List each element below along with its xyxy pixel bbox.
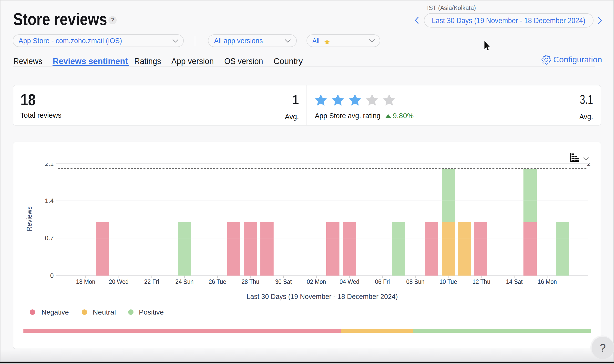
svg-text:Country: Country <box>274 56 303 66</box>
svg-text:06 Fri: 06 Fri <box>375 278 390 285</box>
svg-text:Total reviews: Total reviews <box>20 111 61 119</box>
svg-text:Positive: Positive <box>139 309 164 316</box>
svg-text:Last 30 Days (19 November - 18: Last 30 Days (19 November - 18 December … <box>432 16 586 25</box>
svg-text:08 Sun: 08 Sun <box>406 278 425 285</box>
svg-text:Reviews sentiment: Reviews sentiment <box>53 56 128 66</box>
svg-text:App Store - com.zoho.zmail (iO: App Store - com.zoho.zmail (iOS) <box>19 37 122 45</box>
svg-text:18: 18 <box>20 91 36 109</box>
svg-text:All app versions: All app versions <box>214 37 263 45</box>
svg-text:28 Thu: 28 Thu <box>242 278 259 285</box>
svg-text:0: 0 <box>50 272 54 279</box>
svg-text:Ratings: Ratings <box>134 56 161 66</box>
svg-text:Avg.: Avg. <box>579 113 593 121</box>
svg-text:1.4: 1.4 <box>45 197 54 204</box>
svg-text:App Store avg. rating: App Store avg. rating <box>315 112 380 120</box>
svg-text:Avg.: Avg. <box>285 113 299 121</box>
svg-text:OS version: OS version <box>224 56 263 66</box>
svg-text:3.1: 3.1 <box>580 92 593 106</box>
svg-text:30 Sat: 30 Sat <box>275 278 292 285</box>
svg-text:Neutral: Neutral <box>93 309 116 316</box>
svg-text:14 Sat: 14 Sat <box>506 278 523 285</box>
svg-text:Reviews: Reviews <box>25 206 33 231</box>
svg-text:9.80%: 9.80% <box>393 112 414 120</box>
svg-text:1: 1 <box>292 92 299 106</box>
svg-text:App version: App version <box>171 56 214 66</box>
svg-text:16 Mon: 16 Mon <box>538 278 557 285</box>
svg-text:?: ? <box>111 17 114 23</box>
svg-text:Configuration: Configuration <box>553 55 602 64</box>
svg-text:20 Wed: 20 Wed <box>109 278 129 285</box>
svg-text:IST (Asia/Kolkata): IST (Asia/Kolkata) <box>427 4 476 12</box>
svg-text:0.7: 0.7 <box>45 234 54 242</box>
svg-text:12 Thu: 12 Thu <box>473 278 490 285</box>
svg-text:Last 30 Days (19 November - 18: Last 30 Days (19 November - 18 December … <box>247 292 398 300</box>
svg-text:Store reviews: Store reviews <box>13 10 107 29</box>
svg-text:Reviews: Reviews <box>14 56 42 66</box>
svg-text:10 Tue: 10 Tue <box>440 278 457 285</box>
svg-text:18 Mon: 18 Mon <box>76 278 96 285</box>
svg-text:26 Tue: 26 Tue <box>209 278 226 285</box>
svg-text:?: ? <box>600 342 606 354</box>
svg-text:22 Fri: 22 Fri <box>144 278 159 285</box>
svg-text:24 Sun: 24 Sun <box>175 278 194 285</box>
svg-text:04 Wed: 04 Wed <box>340 278 360 285</box>
svg-text:Negative: Negative <box>42 309 69 316</box>
svg-text:02 Mon: 02 Mon <box>307 278 326 285</box>
svg-text:All: All <box>312 37 320 45</box>
